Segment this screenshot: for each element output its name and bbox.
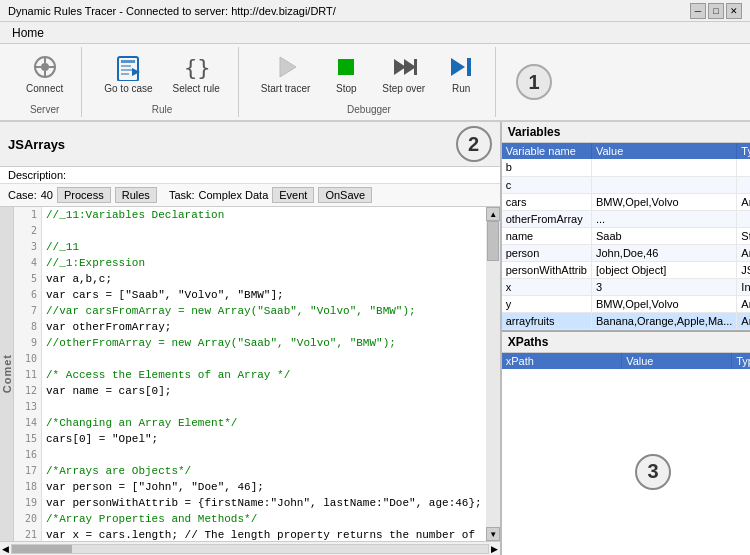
code-line: var personWithAttrib = {firstName:"John"… xyxy=(46,495,482,511)
scroll-track[interactable] xyxy=(486,221,500,527)
svg-rect-19 xyxy=(467,58,471,76)
run-button[interactable]: Run xyxy=(439,49,483,98)
event-tab[interactable]: Event xyxy=(272,187,314,203)
svg-rect-9 xyxy=(121,69,133,71)
minimize-button[interactable]: ─ xyxy=(690,3,706,19)
h-scroll-thumb[interactable] xyxy=(12,545,72,553)
onsave-tab[interactable]: OnSave xyxy=(318,187,372,203)
task-value: Complex Data xyxy=(199,189,269,201)
gotocase-button[interactable]: Go to case xyxy=(98,49,158,98)
toolbar-group-rule: Go to case {} Select rule Rule xyxy=(86,47,239,117)
maximize-button[interactable]: □ xyxy=(708,3,724,19)
table-cell-value: ... xyxy=(591,210,736,227)
table-cell-name: cars xyxy=(502,193,592,210)
server-group-label: Server xyxy=(30,104,59,115)
rule-group-label: Rule xyxy=(152,104,173,115)
table-row[interactable]: c xyxy=(502,176,750,193)
xpaths-title: XPaths xyxy=(502,332,750,353)
stop-button[interactable]: Stop xyxy=(324,49,368,98)
code-area: Comet 1234567891011121314151617181920212… xyxy=(0,207,500,541)
stepover-button[interactable]: Step over xyxy=(376,49,431,98)
vertical-scrollbar[interactable]: ▲ ▼ xyxy=(486,207,500,541)
code-line: //_1:Expression xyxy=(46,255,482,271)
line-number: 16 xyxy=(14,447,41,463)
code-line: var x = cars.length; // The length prope… xyxy=(46,527,482,541)
stepover-label: Step over xyxy=(382,83,425,94)
code-line: var otherFromArray; xyxy=(46,319,482,335)
comet-label: Comet xyxy=(1,354,13,393)
scroll-up[interactable]: ▲ xyxy=(486,207,500,221)
table-cell-value: Banana,Orange,Apple,Ma... xyxy=(591,312,736,329)
titlebar-controls[interactable]: ─ □ ✕ xyxy=(690,3,742,19)
svg-rect-7 xyxy=(121,60,135,63)
table-cell-name: c xyxy=(502,176,592,193)
case-label: Case: xyxy=(8,189,37,201)
connect-button[interactable]: Connect xyxy=(20,49,69,98)
table-header-row: Variable name Value Type xyxy=(502,143,750,159)
starttracer-button[interactable]: Start tracer xyxy=(255,49,316,98)
line-number: 7 xyxy=(14,303,41,319)
badge-1: 1 xyxy=(516,64,552,100)
scroll-down[interactable]: ▼ xyxy=(486,527,500,541)
table-cell-type xyxy=(737,176,750,193)
table-cell-type: JSObject xyxy=(737,261,750,278)
connect-label: Connect xyxy=(26,83,63,94)
rules-tab[interactable]: Rules xyxy=(115,187,157,203)
scroll-thumb[interactable] xyxy=(487,221,499,261)
line-number: 15 xyxy=(14,431,41,447)
table-cell-type xyxy=(737,159,750,176)
line-number: 6 xyxy=(14,287,41,303)
table-row[interactable]: carsBMW,Opel,VolvoArrayObject xyxy=(502,193,750,210)
svg-rect-8 xyxy=(121,65,131,67)
code-line: //_11 xyxy=(46,239,482,255)
titlebar: Dynamic Rules Tracer - Connected to serv… xyxy=(0,0,750,22)
description-row: Description: xyxy=(0,167,500,184)
table-cell-value: 3 xyxy=(591,278,736,295)
code-content: //_11:Variables Declaration//_11//_1:Exp… xyxy=(42,207,486,541)
table-row[interactable]: yBMW,Opel,VolvoArrayObject xyxy=(502,295,750,312)
table-row[interactable]: x3Int32 xyxy=(502,278,750,295)
table-row[interactable]: personJohn,Doe,46ArrayObject xyxy=(502,244,750,261)
svg-rect-17 xyxy=(414,59,417,75)
code-line xyxy=(46,223,482,239)
gotocase-label: Go to case xyxy=(104,83,152,94)
close-button[interactable]: ✕ xyxy=(726,3,742,19)
code-line: cars[0] = "Opel"; xyxy=(46,431,482,447)
connect-icon xyxy=(31,53,59,81)
col-type: Type xyxy=(737,143,750,159)
scroll-left-btn[interactable]: ◀ xyxy=(0,544,11,554)
menubar: Home xyxy=(0,22,750,44)
table-cell-name: person xyxy=(502,244,592,261)
table-row[interactable]: b xyxy=(502,159,750,176)
line-number: 17 xyxy=(14,463,41,479)
table-cell-type: ArrayObject xyxy=(737,244,750,261)
panel-title: JSArrays xyxy=(8,137,65,152)
table-cell-name: otherFromArray xyxy=(502,210,592,227)
titlebar-title: Dynamic Rules Tracer - Connected to serv… xyxy=(8,5,336,17)
table-cell-name: arrayfruits xyxy=(502,312,592,329)
scroll-right-btn[interactable]: ▶ xyxy=(489,544,500,554)
description-label: Description: xyxy=(8,169,66,181)
line-number: 2 xyxy=(14,223,41,239)
table-row[interactable]: arrayfruitsBanana,Orange,Apple,Ma...Arra… xyxy=(502,312,750,329)
code-line: /*Arrays are Objects*/ xyxy=(46,463,482,479)
menu-home[interactable]: Home xyxy=(4,24,52,42)
horizontal-scrollbar[interactable]: ◀ ▶ xyxy=(0,541,500,555)
table-cell-value xyxy=(591,159,736,176)
table-row[interactable]: otherFromArray... xyxy=(502,210,750,227)
case-value: 40 xyxy=(41,189,53,201)
selectrule-button[interactable]: {} Select rule xyxy=(167,49,226,98)
table-row[interactable]: nameSaabString xyxy=(502,227,750,244)
process-tab[interactable]: Process xyxy=(57,187,111,203)
col-varname: Variable name xyxy=(502,143,592,159)
line-number: 19 xyxy=(14,495,41,511)
left-panel: JSArrays 2 Description: Case: 40 Process… xyxy=(0,122,502,555)
run-icon xyxy=(447,53,475,81)
table-cell-type: ArrayObject xyxy=(737,295,750,312)
line-number: 1 xyxy=(14,207,41,223)
table-row[interactable]: personWithAttrib[object Object]JSObject xyxy=(502,261,750,278)
main-content: JSArrays 2 Description: Case: 40 Process… xyxy=(0,122,750,555)
code-line: //otherFromArray = new Array("Saab", "Vo… xyxy=(46,335,482,351)
h-scroll-track[interactable] xyxy=(11,544,489,554)
line-number: 5 xyxy=(14,271,41,287)
